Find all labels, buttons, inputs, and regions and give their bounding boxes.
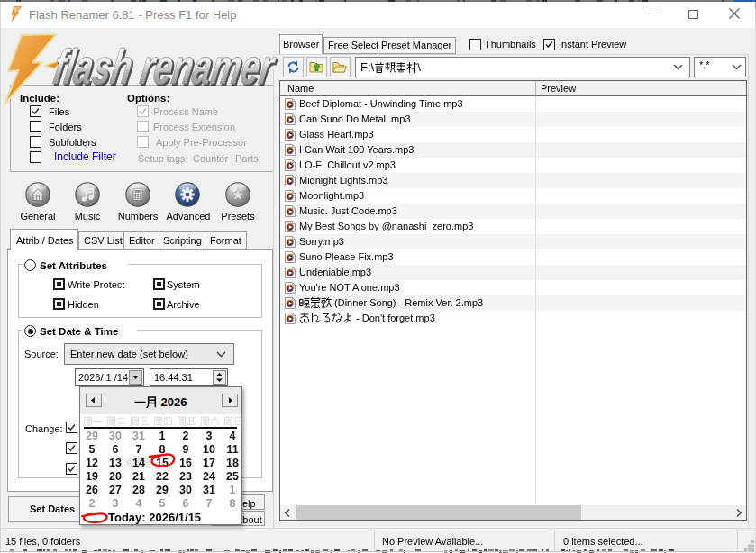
- svg-text:flash renamer: flash renamer: [50, 39, 279, 95]
